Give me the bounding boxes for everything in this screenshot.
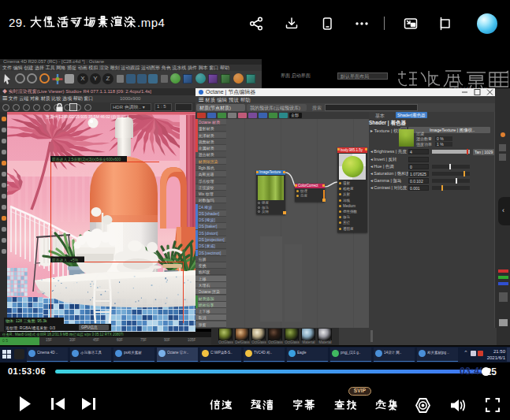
- svg-text:渲染中 12:88:02/15:935 35:5M 46: 渲染中 12:88:02/15:935 35:5M 46:02 (自定义) 4: [46, 114, 129, 120]
